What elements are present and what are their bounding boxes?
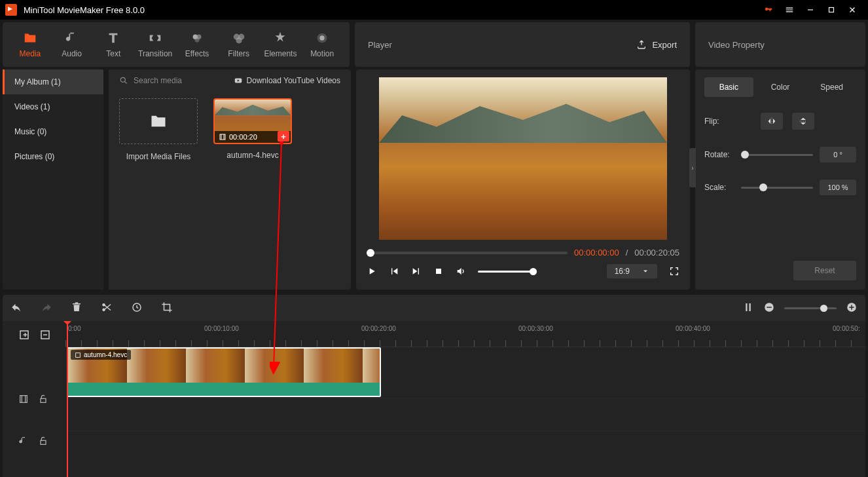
fullscreen-button[interactable] (669, 266, 679, 277)
timeline-clip[interactable]: autumn-4.hevc (67, 347, 381, 397)
tab-effects[interactable]: Effects (180, 31, 214, 58)
timeline-toolbar (3, 295, 865, 321)
timeline-ruler[interactable]: 0:00 00:00:10:00 00:00:20:00 00:00:30:00… (65, 321, 865, 347)
film-icon (75, 352, 81, 358)
tab-media[interactable]: Media (13, 31, 47, 58)
collapse-tracks-button[interactable] (39, 329, 51, 343)
expand-tracks-button[interactable] (18, 329, 30, 343)
tool-tabs: Media Audio Text Transition Effects Filt… (3, 22, 350, 67)
zoom-slider[interactable] (784, 307, 837, 309)
aspect-value: 16:9 (615, 267, 630, 276)
svg-line-13 (125, 82, 127, 84)
search-input[interactable]: Search media (119, 76, 226, 85)
panel-collapse-button[interactable]: › (689, 148, 696, 187)
download-youtube-button[interactable]: Download YouTube Videos (234, 76, 340, 85)
film-icon (219, 133, 226, 141)
prev-frame-button[interactable] (389, 266, 399, 277)
tab-audio-label: Audio (62, 49, 82, 58)
tab-elements[interactable]: Elements (263, 31, 297, 58)
video-track[interactable]: autumn-4.hevc (65, 347, 865, 398)
svg-point-9 (236, 37, 242, 43)
app-icon (5, 4, 17, 16)
stop-button[interactable] (433, 266, 444, 277)
playhead[interactable] (67, 321, 68, 477)
clip-thumbnail[interactable]: 00:00:20 + (213, 98, 292, 144)
rotate-label: Rotate: (704, 150, 741, 159)
timeline: 0:00 00:00:10:00 00:00:20:00 00:00:30:00… (3, 321, 865, 477)
search-placeholder: Search media (134, 76, 182, 85)
ruler-tick: 00:00:20:00 (361, 325, 396, 332)
preview-viewport[interactable] (379, 77, 667, 240)
flip-vertical-button[interactable] (792, 113, 814, 130)
folder-icon (149, 112, 168, 130)
svg-rect-15 (220, 134, 225, 140)
sidebar-item-music[interactable]: Music (0) (3, 119, 103, 144)
property-label: Video Property (708, 40, 765, 50)
export-label: Export (652, 40, 677, 50)
redo-button[interactable] (41, 301, 52, 315)
prop-tab-color[interactable]: Color (756, 77, 805, 97)
scale-slider[interactable] (741, 187, 813, 189)
crop-button[interactable] (161, 301, 173, 315)
tab-filters[interactable]: Filters (222, 31, 256, 58)
audio-track-header (3, 425, 65, 457)
svg-rect-40 (41, 440, 46, 444)
delete-button[interactable] (71, 301, 82, 315)
close-button[interactable] (842, 0, 863, 20)
key-icon[interactable] (758, 0, 779, 20)
prop-tab-basic[interactable]: Basic (704, 77, 753, 97)
aspect-select[interactable]: 16:9 (607, 264, 657, 278)
clip-duration: 00:00:20 (229, 133, 257, 141)
tab-text-label: Text (106, 49, 120, 58)
undo-button[interactable] (10, 301, 22, 315)
svg-rect-27 (767, 307, 772, 308)
media-content: Search media Download YouTube Videos Imp… (109, 69, 351, 290)
sidebar-item-pictures[interactable]: Pictures (0) (3, 144, 103, 169)
sidebar-item-videos[interactable]: Videos (1) (3, 94, 103, 119)
svg-rect-18 (436, 269, 441, 274)
export-button[interactable]: Export (636, 39, 677, 50)
download-label: Download YouTube Videos (247, 76, 340, 85)
zoom-in-button[interactable] (846, 301, 858, 315)
sidebar-item-myalbum[interactable]: My Album (1) (3, 69, 103, 94)
ruler-tick: 00:00:50: (833, 325, 860, 332)
minimize-button[interactable] (800, 0, 821, 20)
zoom-out-button[interactable] (763, 301, 775, 315)
player-label: Player (368, 40, 392, 50)
add-clip-button[interactable]: + (278, 131, 289, 142)
volume-slider[interactable] (478, 271, 537, 273)
property-panel: › Basic Color Speed Flip: Rotate: 0 ° Sc… (695, 69, 865, 290)
import-tile: Import Media Files (119, 98, 198, 161)
rotate-value[interactable]: 0 ° (820, 147, 856, 162)
audio-track[interactable] (65, 398, 865, 431)
app-title: MiniTool MovieMaker Free 8.0.0 (24, 5, 758, 15)
menu-icon[interactable] (779, 0, 800, 20)
unlock-icon[interactable] (38, 394, 48, 404)
maximize-button[interactable] (821, 0, 842, 20)
prop-tab-speed[interactable]: Speed (807, 77, 856, 97)
tab-motion[interactable]: Motion (305, 31, 339, 58)
svg-point-6 (194, 37, 199, 42)
svg-rect-24 (746, 303, 747, 311)
split-button[interactable] (101, 301, 113, 315)
volume-button[interactable] (456, 266, 466, 277)
import-button[interactable] (119, 98, 198, 144)
scale-value[interactable]: 100 % (820, 180, 856, 195)
tab-transition[interactable]: Transition (138, 31, 172, 58)
play-button[interactable] (367, 266, 377, 277)
tab-effects-label: Effects (185, 49, 209, 58)
seek-slider[interactable] (367, 252, 568, 254)
marker-button[interactable] (742, 301, 754, 315)
reset-button[interactable]: Reset (793, 261, 856, 280)
next-frame-button[interactable] (411, 266, 422, 277)
rotate-slider[interactable] (741, 154, 813, 156)
tab-filters-label: Filters (228, 49, 249, 58)
unlock-icon[interactable] (38, 436, 48, 446)
tab-audio[interactable]: Audio (55, 31, 89, 58)
tab-motion-label: Motion (310, 49, 334, 58)
speed-button[interactable] (131, 301, 143, 315)
clip-name: autumn-4.hevc (213, 151, 292, 160)
tab-text[interactable]: Text (96, 31, 130, 58)
svg-rect-30 (851, 305, 852, 310)
flip-horizontal-button[interactable] (761, 113, 783, 130)
